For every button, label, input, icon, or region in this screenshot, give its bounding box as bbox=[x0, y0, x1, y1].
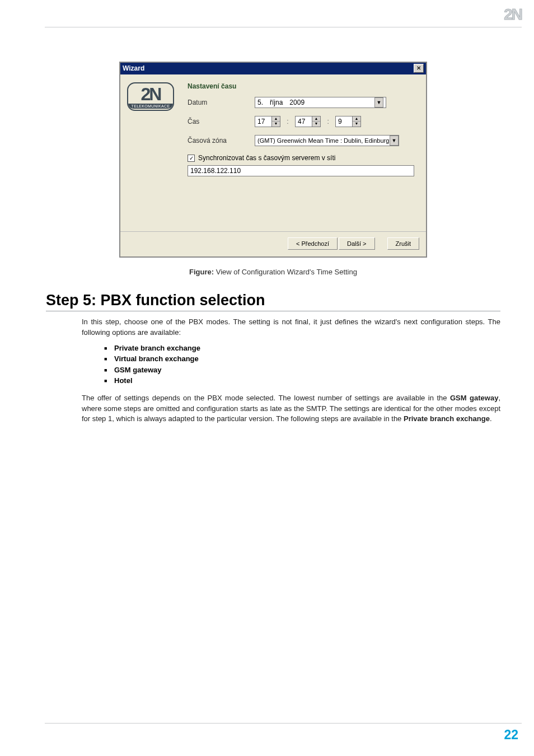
minute-input[interactable] bbox=[295, 116, 312, 127]
spin-up-icon[interactable]: ▲ bbox=[353, 116, 360, 122]
figure-caption: Figure: View of Configuration Wizard's T… bbox=[46, 268, 500, 276]
date-day: 5. bbox=[257, 99, 263, 106]
spin-up-icon[interactable]: ▲ bbox=[272, 116, 280, 122]
time-colon: : bbox=[287, 118, 288, 125]
option-label: Private branch exchange bbox=[114, 344, 200, 352]
timezone-combobox[interactable]: (GMT) Greenwich Mean Time : Dublin, Edin… bbox=[255, 135, 399, 146]
chevron-down-icon[interactable]: ▼ bbox=[374, 97, 383, 108]
next-button[interactable]: Další > bbox=[339, 237, 375, 250]
option-label: Virtual branch exchange bbox=[114, 354, 199, 363]
page-number: 22 bbox=[504, 727, 518, 743]
minute-stepper[interactable]: ▲▼ bbox=[295, 116, 321, 127]
second-input[interactable] bbox=[335, 116, 352, 127]
list-item: GSM gateway bbox=[104, 365, 500, 376]
list-item: Private branch exchange bbox=[104, 343, 500, 354]
cancel-button[interactable]: Zrušit bbox=[387, 237, 420, 250]
section-para-1: In this step, choose one of the PBX mode… bbox=[82, 317, 500, 338]
date-month: října bbox=[270, 99, 283, 106]
chevron-down-icon[interactable]: ▼ bbox=[390, 136, 399, 146]
section-para-2: The offer of settings depends on the PBX… bbox=[82, 393, 500, 425]
para2-bold-2: Private branch exchange bbox=[404, 414, 490, 423]
sync-checkbox-label: Synchronizovat čas s časovým serverem v … bbox=[198, 154, 335, 162]
spin-down-icon[interactable]: ▼ bbox=[353, 122, 360, 127]
option-label: GSM gateway bbox=[114, 366, 162, 374]
brand-logo-bottom: TELEKOMUNIKACE bbox=[128, 104, 173, 109]
figure-caption-text: View of Configuration Wizard's Time Sett… bbox=[214, 268, 357, 276]
option-label: Hotel bbox=[114, 376, 133, 385]
timezone-label: Časová zóna bbox=[188, 137, 255, 144]
date-year: 2009 bbox=[289, 99, 305, 106]
spin-down-icon[interactable]: ▼ bbox=[312, 122, 320, 127]
footer-divider bbox=[45, 723, 522, 724]
hour-stepper[interactable]: ▲▼ bbox=[255, 116, 280, 127]
section-divider bbox=[46, 311, 500, 311]
figure-caption-bold: Figure: bbox=[189, 268, 214, 276]
second-stepper[interactable]: ▲▼ bbox=[335, 116, 361, 127]
options-list: Private branch exchange Virtual branch e… bbox=[104, 343, 500, 386]
ntp-server-input[interactable] bbox=[188, 165, 414, 176]
section-heading: Step 5: PBX function selection bbox=[46, 292, 500, 309]
header-divider bbox=[45, 27, 522, 27]
date-picker[interactable]: 5. října 2009 ▼ bbox=[255, 97, 386, 108]
wizard-dialog: Wizard ✕ 2N TELEKOMUNIKACE Nastavení čas… bbox=[119, 62, 427, 258]
close-icon[interactable]: ✕ bbox=[414, 64, 424, 73]
brand-logo-top: 2N bbox=[128, 86, 173, 102]
para2-seg-e: . bbox=[490, 414, 492, 423]
spin-up-icon[interactable]: ▲ bbox=[312, 116, 320, 122]
time-label: Čas bbox=[188, 118, 255, 125]
timezone-value: (GMT) Greenwich Mean Time : Dublin, Edin… bbox=[257, 137, 390, 144]
para2-seg-a: The offer of settings depends on the PBX… bbox=[82, 394, 450, 402]
date-label: Datum bbox=[188, 99, 255, 106]
wizard-title: Wizard bbox=[123, 64, 144, 72]
spin-down-icon[interactable]: ▼ bbox=[272, 122, 280, 127]
list-item: Hotel bbox=[104, 375, 500, 386]
wizard-section-heading: Nastavení času bbox=[188, 82, 419, 90]
prev-button[interactable]: < Předchozí bbox=[288, 237, 338, 250]
para2-bold-1: GSM gateway bbox=[450, 394, 498, 402]
time-colon: : bbox=[327, 118, 329, 125]
page-logo: 2N bbox=[504, 6, 522, 24]
list-item: Virtual branch exchange bbox=[104, 353, 500, 365]
hour-input[interactable] bbox=[255, 116, 271, 127]
brand-logo: 2N TELEKOMUNIKACE bbox=[127, 82, 174, 111]
wizard-titlebar: Wizard ✕ bbox=[120, 63, 426, 74]
sync-checkbox[interactable]: ✓ bbox=[188, 155, 195, 162]
